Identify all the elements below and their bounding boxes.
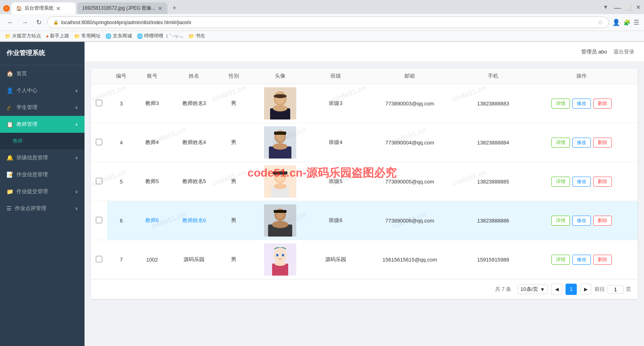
row-email: 773890005@qq.com xyxy=(359,162,461,201)
delete-button[interactable]: 删除 xyxy=(593,138,612,148)
chevron-up-icon-teacher: ∧ xyxy=(75,122,78,127)
row-checkbox[interactable] xyxy=(96,178,102,184)
sidebar-subitem-teacher[interactable]: 教师 xyxy=(0,133,85,149)
review-icon: ☰ xyxy=(6,205,12,212)
sidebar-item-personal[interactable]: 👤 个人中心 ∨ xyxy=(0,82,85,99)
win-maximize-btn[interactable]: ⬜ xyxy=(625,4,632,11)
per-page-select[interactable]: 10条/页 ▼ xyxy=(518,284,548,294)
main-content: code51.cn code51.cn code51.cn code51.cn … xyxy=(85,62,644,346)
row-avatar xyxy=(248,201,313,240)
page-1-button[interactable]: 1 xyxy=(566,284,577,295)
logout-button[interactable]: 退出登录 xyxy=(613,48,634,56)
table-row: 3 教师3 教师姓名3 男 班级3 773890003@qq.com 13823… xyxy=(91,84,638,123)
sidebar-item-teacher[interactable]: 📋 教师管理 ∧ xyxy=(0,116,85,133)
delete-button[interactable]: 删除 xyxy=(593,99,612,109)
row-checkbox[interactable] xyxy=(96,100,102,106)
tab-close-btn[interactable]: ✕ xyxy=(56,5,61,12)
chevron-down-icon-class: ∨ xyxy=(75,155,78,161)
sidebar-item-review[interactable]: ☰ 作业点评管理 ∨ xyxy=(0,200,85,217)
bookmark-item-5[interactable]: 📁 书生 xyxy=(188,33,205,39)
row-gender: 男 xyxy=(219,201,248,240)
sidebar-item-student[interactable]: 🎓 学生管理 ∨ xyxy=(0,99,85,116)
col-actions: 操作 xyxy=(525,68,638,84)
detail-button[interactable]: 详情 xyxy=(551,177,570,187)
edit-button[interactable]: 修改 xyxy=(572,138,591,148)
row-class: 班级5 xyxy=(313,162,359,201)
row-email: 773890003@qq.com xyxy=(359,84,461,123)
row-checkbox[interactable] xyxy=(96,217,102,223)
tab-inactive[interactable]: 1692581318572.jpg (JPEG 图像... ✕ xyxy=(77,2,167,14)
table-row: 5 教师5 教师姓名5 男 班级5 773890005@qq.com 13823… xyxy=(91,162,638,201)
sidebar-item-submit[interactable]: 📁 作业提交管理 ∨ xyxy=(0,183,85,200)
edit-button[interactable]: 修改 xyxy=(572,177,591,187)
sidebar-submit-label: 作业提交管理 xyxy=(17,188,48,195)
sidebar-personal-label: 个人中心 xyxy=(17,87,37,94)
header-user: 管理员 abo 退出登录 xyxy=(581,48,634,56)
svg-point-10 xyxy=(273,143,287,150)
forward-button[interactable]: → xyxy=(19,18,31,27)
goto-page-input[interactable] xyxy=(607,285,623,294)
row-account: 教师4 xyxy=(135,123,169,162)
svg-point-16 xyxy=(274,183,287,189)
menu-icon[interactable]: ☰ xyxy=(634,19,639,26)
win-minimize-btn[interactable]: — xyxy=(614,4,621,11)
new-tab-button[interactable]: + xyxy=(169,4,180,12)
row-email: 773890006@qq.com xyxy=(359,201,461,240)
detail-button[interactable]: 详情 xyxy=(551,138,570,148)
bookmark-item-0[interactable]: 📁 火狐官方站点 xyxy=(5,33,41,39)
row-checkbox-cell xyxy=(91,162,107,201)
back-button[interactable]: ← xyxy=(5,18,16,27)
win-menu-btn[interactable]: ▼ xyxy=(603,4,608,11)
avatar-image xyxy=(264,165,296,198)
avatar-image xyxy=(264,126,296,159)
sidebar: 作业管理系统 🏠 首页 👤 个人中心 ∨ 🎓 学生管理 ∨ 📋 教师管理 ∧ xyxy=(0,42,85,346)
url-text[interactable]: localhost:8080/springboot4prsj/admin/dis… xyxy=(61,20,595,25)
delete-button[interactable]: 删除 xyxy=(593,216,612,226)
tab-inactive-label: 1692581318572.jpg (JPEG 图像... xyxy=(82,5,155,12)
next-page-button[interactable]: ▶ xyxy=(580,284,591,295)
row-class: 班级4 xyxy=(313,123,359,162)
row-name: 教师姓名3 xyxy=(169,84,219,123)
bookmark-item-4[interactable]: 🌐 哔哩哔哩（ ' ·っ·... xyxy=(137,33,184,39)
row-avatar xyxy=(248,123,313,162)
chevron-down-icon-review: ∨ xyxy=(75,206,78,211)
extension-icon[interactable]: 🧩 xyxy=(623,19,630,26)
tab-favicon: 🏠 xyxy=(16,6,22,11)
tab-inactive-close[interactable]: ✕ xyxy=(158,5,163,12)
row-name: 教师姓名4 xyxy=(169,123,219,162)
win-close-btn[interactable]: ✕ xyxy=(636,4,641,11)
bookmark-item-3[interactable]: 🌐 京东商城 xyxy=(105,33,132,39)
sidebar-item-homework[interactable]: 📝 作业信息管理 xyxy=(0,166,85,183)
app-header: 管理员 abo 退出登录 xyxy=(85,42,644,62)
home-icon: 🏠 xyxy=(6,70,13,77)
row-phone: 13823888886 xyxy=(461,201,525,240)
row-checkbox[interactable] xyxy=(96,256,102,262)
bookmark-star-icon[interactable]: ☆ xyxy=(597,19,603,26)
svg-point-31 xyxy=(282,254,284,257)
per-page-chevron-icon: ▼ xyxy=(540,286,545,292)
sidebar-item-home[interactable]: 🏠 首页 xyxy=(0,65,85,82)
edit-button[interactable]: 修改 xyxy=(572,216,591,226)
sidebar-home-label: 首页 xyxy=(17,70,27,77)
row-account: 教师5 xyxy=(135,162,169,201)
prev-page-button[interactable]: ◀ xyxy=(551,284,562,295)
refresh-button[interactable]: ↻ xyxy=(34,18,44,27)
row-avatar xyxy=(248,240,313,279)
sidebar-homework-label: 作业信息管理 xyxy=(17,171,48,178)
svg-rect-11 xyxy=(274,132,286,135)
detail-button[interactable]: 详情 xyxy=(551,255,570,265)
edit-button[interactable]: 修改 xyxy=(572,99,591,109)
delete-button[interactable]: 删除 xyxy=(593,255,612,265)
profile-icon[interactable]: 👤 xyxy=(612,19,620,26)
detail-button[interactable]: 详情 xyxy=(551,216,570,226)
row-checkbox[interactable] xyxy=(96,139,102,145)
delete-button[interactable]: 删除 xyxy=(593,177,612,187)
tab-active[interactable]: 🏠 后台管理系统 ✕ xyxy=(11,2,76,14)
student-icon: 🎓 xyxy=(6,104,13,111)
bookmark-item-1[interactable]: ● 新手上路 xyxy=(46,33,69,39)
edit-button[interactable]: 修改 xyxy=(572,255,591,265)
sidebar-item-class[interactable]: 🔔 班级信息管理 ∨ xyxy=(0,149,85,166)
detail-button[interactable]: 详情 xyxy=(551,99,570,109)
table-wrapper: code51.cn code51.cn code51.cn code51.cn … xyxy=(91,68,638,299)
bookmark-item-2[interactable]: 📁 常用网址 xyxy=(74,33,101,39)
